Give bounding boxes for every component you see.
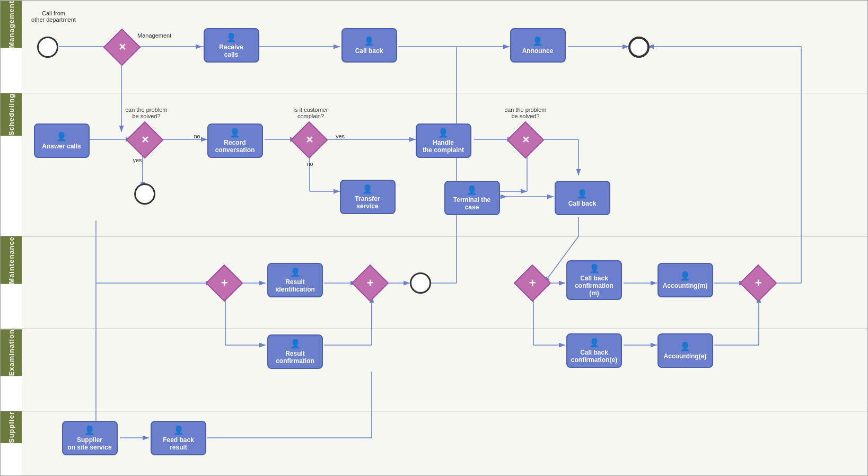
gateway-maint2: + — [357, 270, 383, 296]
plus-icon-maint1: + — [221, 276, 228, 290]
feed-back-result-box: 👤 Feed backresult — [151, 421, 206, 455]
accounting-e: 👤 Accounting(e) — [656, 333, 714, 368]
x-icon-sched1: ✕ — [141, 134, 149, 146]
person-icon-handle: 👤 — [438, 128, 449, 138]
person-icon-answer: 👤 — [56, 131, 67, 142]
end-event — [628, 36, 650, 58]
result-confirmation-label: Resultconfirmation — [276, 350, 314, 365]
person-icon-cbce: 👤 — [589, 338, 600, 348]
call-back-scheduling-box: 👤 Call back — [555, 181, 610, 215]
result-identification-box: 👤 Resultidentification — [267, 263, 323, 297]
gateway-maint3: + — [519, 270, 546, 296]
supplier-on-site-service: 👤 Supplieron site service — [58, 421, 121, 455]
accounting-e-box: 👤 Accounting(e) — [657, 333, 713, 368]
sched-circle-shape — [134, 183, 155, 205]
call-back-conf-m-box: 👤 Call backconfirmation(m) — [566, 260, 622, 300]
lane-content-examination — [22, 329, 867, 411]
accounting-m-label: Accounting(m) — [663, 282, 708, 289]
handle-complaint: 👤 Handlethe complaint — [414, 124, 472, 158]
record-conversation-label: Recordconversation — [215, 139, 255, 154]
plus-icon-maint2: + — [367, 276, 374, 290]
record-conversation: 👤 Recordconversation — [206, 124, 264, 158]
answer-calls-label: Answer calls — [42, 143, 81, 150]
gateway-scheduling1: ✕ — [131, 127, 158, 153]
scheduling-circle — [134, 183, 155, 205]
feed-back-result: 👤 Feed backresult — [148, 421, 209, 455]
person-icon-result-conf: 👤 — [290, 339, 301, 349]
call-back-conf-m-label: Call backconfirmation(m) — [575, 275, 613, 297]
gateway-management: ✕ — [109, 34, 135, 60]
person-icon-acctm: 👤 — [680, 271, 690, 281]
person-icon-cbcm: 👤 — [589, 263, 600, 274]
person-icon-record: 👤 — [230, 128, 240, 138]
gateway-diamond-management: ✕ — [103, 29, 141, 66]
lane-content-management — [22, 1, 867, 93]
handle-complaint-box: 👤 Handlethe complaint — [416, 124, 471, 158]
accounting-m: 👤 Accounting(m) — [656, 263, 714, 297]
management-label: Management — [137, 32, 171, 39]
supplier-on-site-label: Supplieron site service — [67, 436, 111, 451]
transfer-service: 👤 Transferservice — [338, 180, 397, 214]
announce-box: 👤 Announce — [510, 28, 566, 63]
person-icon-result-id: 👤 — [290, 267, 301, 277]
lane-examination: Examination — [1, 329, 867, 411]
person-icon-callback-mgmt: 👤 — [364, 36, 374, 46]
gateway-scheduling3: ✕ — [512, 127, 539, 153]
gateway-diamond-sched2: ✕ — [291, 121, 328, 159]
receive-calls-label: Receivecalls — [219, 43, 243, 58]
x-icon-sched2: ✕ — [305, 134, 313, 146]
person-icon-transfer: 👤 — [362, 184, 373, 194]
start-circle — [37, 37, 58, 58]
lane-supplier: Supplier — [1, 411, 867, 476]
x-icon-sched3: ✕ — [522, 134, 530, 146]
person-icon-announce: 👤 — [532, 36, 543, 46]
accounting-m-box: 👤 Accounting(m) — [657, 263, 713, 297]
feed-back-result-label: Feed backresult — [163, 436, 194, 451]
yes-label2: yes — [334, 133, 347, 139]
start-event — [37, 36, 59, 58]
gateway-maint4: + — [745, 270, 771, 296]
call-back-conf-m: 👤 Call backconfirmation(m) — [564, 260, 625, 300]
bpmn-diagram: Management Scheduling Maintenance Examin… — [0, 0, 868, 476]
lane-label-examination: Examination — [1, 329, 22, 376]
lane-maintenance: Maintenance — [1, 236, 867, 329]
receive-calls: 👤 Receivecalls — [202, 28, 260, 63]
x-icon-management: ✕ — [118, 41, 126, 53]
result-identification: 👤 Resultidentification — [265, 263, 326, 297]
transfer-service-label: Transferservice — [355, 195, 380, 210]
gateway-plus-maint1: + — [206, 265, 243, 302]
person-icon-terminal: 👤 — [467, 185, 477, 195]
terminal-case: 👤 Terminal thecase — [443, 181, 501, 215]
can-problem-label1: can the problembe solved? — [115, 107, 178, 119]
gateway-diamond-sched1: ✕ — [126, 121, 164, 159]
record-conversation-box: 👤 Recordconversation — [207, 124, 263, 158]
accounting-e-label: Accounting(e) — [664, 352, 707, 360]
plus-icon-maint4: + — [755, 276, 762, 290]
no-label1: no — [190, 133, 204, 139]
yes-label1: yes — [129, 157, 145, 163]
maint-circle — [410, 272, 431, 294]
can-problem-label2: can the problembe solved? — [494, 107, 557, 119]
no-label2: no — [303, 161, 317, 167]
gateway-diamond-sched3: ✕ — [507, 121, 545, 159]
answer-calls: 👤 Answer calls — [32, 124, 91, 158]
maint-circle-shape — [410, 272, 431, 294]
gateway-maint1: + — [211, 270, 238, 296]
announce-label: Announce — [522, 47, 554, 55]
call-back-scheduling-label: Call back — [568, 200, 597, 207]
gateway-plus-maint4: + — [740, 265, 777, 302]
plus-icon-maint3: + — [529, 276, 536, 290]
lane-label-scheduling: Scheduling — [1, 93, 22, 136]
is-customer-label: is it customercomplain? — [279, 107, 343, 119]
call-back-management: 👤 Call back — [340, 28, 398, 63]
lane-label-management: Management — [1, 1, 22, 48]
answer-calls-box: 👤 Answer calls — [34, 124, 90, 158]
receive-calls-box: 👤 Receivecalls — [204, 28, 259, 63]
person-icon-receive: 👤 — [226, 32, 236, 42]
person-icon-supplier: 👤 — [84, 425, 95, 435]
result-identification-label: Resultidentification — [275, 278, 315, 293]
person-icon-accte: 👤 — [680, 341, 690, 351]
call-from-label: Call fromother department — [30, 10, 77, 23]
result-confirmation: 👤 Resultconfirmation — [265, 334, 326, 369]
person-icon-feedback: 👤 — [173, 425, 184, 435]
